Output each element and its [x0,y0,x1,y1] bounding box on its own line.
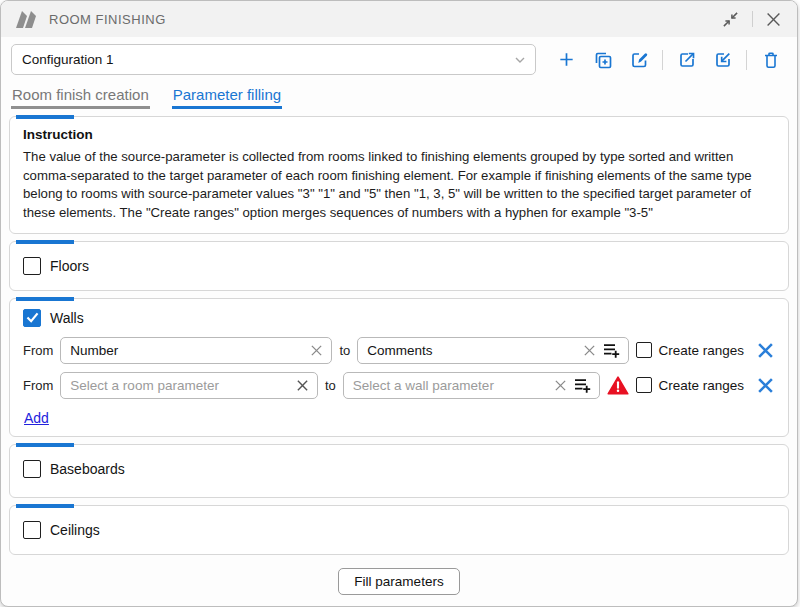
edit-pencil-icon [629,50,649,70]
delete-row-button[interactable] [756,342,775,359]
card-accent-bar [16,297,74,301]
close-icon [766,12,781,27]
toolbar-separator [746,50,747,70]
card-accent-bar [16,504,74,508]
titlebar-separator [752,11,753,27]
ceilings-section: Ceilings [9,505,789,555]
floors-checkbox[interactable] [23,257,41,275]
toolbar-separator [662,50,663,70]
source-parameter-field[interactable] [60,372,318,399]
clear-icon[interactable] [310,344,323,357]
instruction-card: Instruction The value of the source-para… [9,116,789,234]
footer: Fill parameters [1,562,797,606]
tab-strip: Room finish creation Parameter filling [1,80,797,109]
clear-icon[interactable] [296,379,309,392]
source-parameter-field[interactable] [60,337,332,364]
delete-configuration-button[interactable] [756,46,785,74]
card-accent-bar [16,115,74,119]
to-label: to [325,378,336,393]
add-row-link[interactable]: Add [24,410,49,426]
configuration-row: Configuration 1 [1,37,797,80]
from-label: From [23,378,53,393]
chevron-down-icon [515,57,525,63]
parameter-mapping-row: From to [23,372,775,399]
from-label: From [23,343,53,358]
export-arrow-icon [677,50,697,70]
walls-section: Walls From to [9,298,789,437]
floors-section: Floors [9,241,789,291]
export-configuration-button[interactable] [672,46,701,74]
warning-icon [607,376,629,395]
card-accent-bar [16,240,74,244]
clear-icon[interactable] [554,379,567,392]
delete-row-button[interactable] [756,377,775,394]
walls-label: Walls [50,310,84,326]
target-parameter-input[interactable] [367,343,577,358]
room-finishing-dialog: ROOM FINISHING [0,0,798,607]
target-parameter-field[interactable] [357,337,629,364]
card-accent-bar [16,443,74,447]
target-parameter-input[interactable] [353,378,549,393]
check-icon [26,312,39,323]
baseboards-section: Baseboards [9,444,789,498]
clear-icon[interactable] [583,344,596,357]
close-window-button[interactable] [764,10,783,29]
parameter-mapping-row: From to [23,337,775,364]
titlebar: ROOM FINISHING [1,1,797,37]
tab-room-finish-creation[interactable]: Room finish creation [11,82,150,109]
instruction-title: Instruction [23,127,775,142]
baseboards-label: Baseboards [50,461,125,477]
window-title: ROOM FINISHING [49,12,166,27]
add-configuration-button[interactable] [552,46,581,74]
source-parameter-input[interactable] [70,378,290,393]
source-parameter-input[interactable] [70,343,304,358]
edit-configuration-button[interactable] [624,46,653,74]
duplicate-configuration-button[interactable] [588,46,617,74]
ceilings-checkbox[interactable] [23,521,41,539]
walls-checkbox[interactable] [23,309,41,327]
to-label: to [339,343,350,358]
create-ranges-label: Create ranges [658,343,744,358]
import-configuration-button[interactable] [708,46,737,74]
baseboards-checkbox[interactable] [23,460,41,478]
fill-parameters-button[interactable]: Fill parameters [338,568,459,595]
tab-parameter-filling[interactable]: Parameter filling [172,82,282,109]
plus-icon [557,50,576,69]
configuration-select[interactable]: Configuration 1 [11,44,536,75]
instruction-body: The value of the source-parameter is col… [23,148,775,223]
create-ranges-checkbox[interactable] [636,377,652,393]
configuration-value: Configuration 1 [22,52,114,67]
modplus-logo-icon [13,9,39,29]
collapse-arrows-icon [722,11,739,28]
create-ranges-checkbox[interactable] [636,342,652,358]
collapse-window-button[interactable] [720,9,741,30]
ceilings-label: Ceilings [50,522,100,538]
create-ranges-label: Create ranges [658,378,744,393]
import-arrow-icon [713,50,733,70]
tab-content: Instruction The value of the source-para… [1,109,797,562]
trash-icon [761,50,781,70]
target-parameter-field[interactable] [343,372,601,399]
configuration-toolbar [552,46,785,74]
floors-label: Floors [50,258,89,274]
add-to-list-icon[interactable] [602,341,620,359]
copy-plus-icon [593,50,613,70]
add-to-list-icon[interactable] [573,376,591,394]
